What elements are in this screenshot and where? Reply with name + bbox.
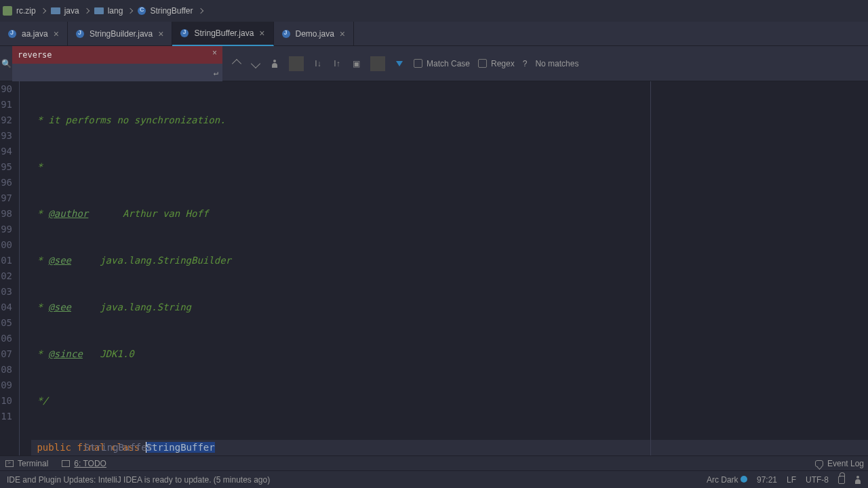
caret-position[interactable]: 97:21 <box>757 475 777 485</box>
add-selection-button[interactable]: I↓ <box>311 56 326 71</box>
class-icon <box>138 7 146 15</box>
java-icon <box>8 30 16 38</box>
crumb-archive[interactable]: rc.zip <box>3 6 36 16</box>
tool-window-bar: Terminal 6: TODO Event Log <box>0 455 868 470</box>
next-match-button[interactable] <box>248 56 263 71</box>
terminal-toolwindow[interactable]: Terminal <box>5 459 48 468</box>
tab-stringbuffer[interactable]: StringBuffer.java× <box>172 22 273 46</box>
tab-stringbuilder[interactable]: StringBuilder.java× <box>68 22 173 45</box>
close-icon[interactable]: × <box>259 28 264 39</box>
chevron-right-icon <box>127 8 133 14</box>
regex-checkbox[interactable]: Regex <box>478 59 515 68</box>
java-icon <box>282 30 290 38</box>
status-message: IDE and Plugin Updates: IntelliJ IDEA is… <box>7 475 270 485</box>
folder-icon <box>94 7 104 14</box>
file-encoding[interactable]: UTF-8 <box>806 475 829 485</box>
theme-dot-icon <box>741 476 747 483</box>
tab-demo[interactable]: Demo.java× <box>274 22 355 45</box>
bubble-icon <box>815 460 823 467</box>
remove-selection-button[interactable]: I↑ <box>330 56 344 71</box>
lock-icon[interactable] <box>838 476 845 484</box>
select-all-icon <box>271 60 278 68</box>
search-icon: 🔍 <box>0 59 12 68</box>
crumb-pkg-lang[interactable]: lang <box>94 6 123 16</box>
fold-column[interactable] <box>14 81 26 455</box>
checkbox-icon <box>414 59 422 68</box>
editor[interactable]: 9091929394959697989900010203040506070809… <box>0 81 868 455</box>
breadcrumb: rc.zip java lang StringBuffer <box>0 0 868 22</box>
prev-match-button[interactable] <box>229 56 244 71</box>
status-bar: IDE and Plugin Updates: IntelliJ IDEA is… <box>0 470 868 488</box>
crumb-pkg-java[interactable]: java <box>51 6 79 16</box>
chevron-right-icon <box>197 8 203 14</box>
arrow-up-icon <box>232 58 241 68</box>
find-close-icon[interactable]: × <box>212 48 217 58</box>
java-icon <box>180 29 189 37</box>
tab-aa[interactable]: aa.java× <box>0 22 68 45</box>
editor-tabs: aa.java× StringBuilder.java× StringBuffe… <box>0 22 868 46</box>
terminal-icon <box>5 460 14 467</box>
find-input[interactable] <box>12 46 222 64</box>
close-icon[interactable]: × <box>340 28 345 39</box>
match-count: No matches <box>535 59 578 68</box>
archive-icon <box>3 6 12 16</box>
filter-icon <box>396 61 403 66</box>
select-all-button[interactable] <box>267 56 282 71</box>
close-icon[interactable]: × <box>54 28 59 39</box>
checkbox-icon <box>478 59 487 68</box>
match-case-checkbox[interactable]: Match Case <box>414 59 470 68</box>
separator <box>289 56 304 71</box>
filter-button[interactable] <box>392 56 407 71</box>
folder-icon <box>51 7 60 14</box>
gutter: 9091929394959697989900010203040506070809… <box>0 81 14 455</box>
chevron-right-icon <box>83 8 89 14</box>
find-bar: 🔍 × ↵ I↓ I↑ ▣ Match Case Regex ? No matc… <box>0 46 868 81</box>
java-icon <box>76 30 84 38</box>
line-separator[interactable]: LF <box>787 475 796 485</box>
breadcrumb-hint: StringBuffer <box>84 440 153 455</box>
crumb-class[interactable]: StringBuffer <box>138 6 193 16</box>
todo-icon <box>62 460 70 467</box>
inspections-icon[interactable] <box>854 476 861 484</box>
chevron-right-icon <box>40 8 45 14</box>
enter-icon: ↵ <box>214 68 218 77</box>
arrow-down-icon <box>251 58 260 68</box>
event-log-button[interactable]: Event Log <box>815 459 864 468</box>
separator <box>370 56 385 71</box>
theme-indicator[interactable]: Arc Dark <box>707 475 747 485</box>
regex-help[interactable]: ? <box>523 59 528 68</box>
editor-split[interactable] <box>650 81 651 455</box>
toggle-replace-button[interactable]: ▣ <box>349 56 363 71</box>
code-area[interactable]: * it performs no synchronization. * * @a… <box>26 81 868 455</box>
close-icon[interactable]: × <box>158 28 163 39</box>
todo-toolwindow[interactable]: 6: TODO <box>62 459 106 468</box>
replace-row[interactable]: ↵ <box>12 64 222 81</box>
